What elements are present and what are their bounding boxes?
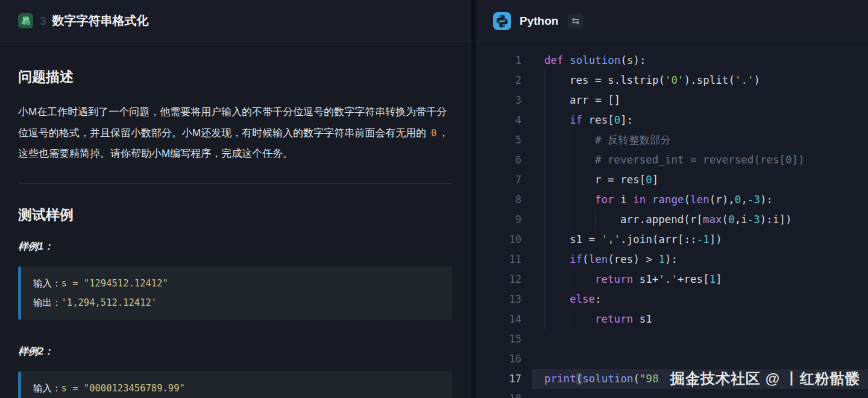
- code-line-content[interactable]: # reversed_int = reversed(res[0]): [532, 150, 868, 170]
- description-heading: 问题描述: [18, 68, 452, 86]
- code-line-content[interactable]: [532, 389, 868, 398]
- code-line[interactable]: 16: [476, 349, 868, 369]
- indent-guide: [544, 71, 570, 90]
- indent-guide: [544, 90, 570, 110]
- code-token: # 反转整数部分: [595, 134, 671, 146]
- line-number: 7: [476, 170, 532, 190]
- sample1-input-code: s = "1294512.12412": [61, 278, 168, 289]
- code-token: len: [690, 194, 709, 206]
- code-line[interactable]: 7r = res[0]: [476, 170, 868, 190]
- code-token: '0': [665, 74, 684, 86]
- code-line-content[interactable]: s1 = ','.join(arr[::-1]): [532, 230, 868, 250]
- code-editor[interactable]: 1def solution(s):2res = s.lstrip('0').sp…: [476, 42, 868, 398]
- code-token: ,: [741, 194, 747, 206]
- code-line[interactable]: 12return s1+'.'+res[1]: [476, 270, 868, 289]
- panel-resize-divider[interactable]: [471, 0, 476, 398]
- code-token: (: [722, 213, 729, 226]
- line-number: 16: [476, 349, 532, 369]
- indent-guide: [544, 110, 570, 130]
- text-cursor: [692, 371, 693, 387]
- section-divider: [18, 183, 452, 184]
- indent-guide: [595, 210, 620, 230]
- code-token: ):: [665, 253, 678, 265]
- line-number: 5: [476, 130, 532, 150]
- problem-title: 数字字符串格式化: [52, 13, 149, 29]
- code-token: res[: [582, 114, 614, 126]
- code-line[interactable]: 9arr.append(r[max(0,i-3):i]): [476, 210, 868, 230]
- code-line[interactable]: 4if res[0]:: [476, 110, 868, 130]
- code-line-content[interactable]: if res[0]:: [532, 110, 868, 130]
- indent-guide: [544, 210, 570, 230]
- samples-heading: 测试样例: [18, 206, 452, 224]
- code-line-content[interactable]: r = res[0]: [532, 170, 868, 190]
- code-token: res = s.lstrip(: [570, 74, 665, 86]
- code-line-content[interactable]: arr.append(r[max(0,i-3):i]): [532, 210, 868, 230]
- line-number: 15: [476, 329, 532, 349]
- code-line-content[interactable]: arr = []: [532, 90, 868, 110]
- code-token: .join(arr[::: [620, 233, 696, 245]
- code-line-content[interactable]: [532, 329, 868, 349]
- code-token: r = res[: [595, 174, 646, 186]
- input-label: 输入：: [33, 278, 61, 288]
- code-token: max: [703, 213, 722, 226]
- code-token: ,i: [735, 213, 747, 226]
- code-token: ): [754, 74, 761, 86]
- line-number: 4: [476, 110, 532, 130]
- code-token: (: [634, 373, 640, 385]
- indent-guide: [570, 210, 595, 230]
- sample1-output-line: 输出：'1,294,512.12412': [33, 293, 440, 312]
- code-token: len: [589, 253, 608, 265]
- indent-guide: [544, 150, 570, 170]
- code-line[interactable]: 5# 反转整数部分: [476, 130, 868, 150]
- code-token: ):i]): [760, 213, 792, 226]
- code-line-content[interactable]: else:: [532, 289, 868, 309]
- swap-arrows-icon: [570, 16, 581, 26]
- sample2-label: 样例2：: [18, 345, 452, 358]
- difficulty-badge: 易: [18, 13, 33, 28]
- code-token: in: [633, 194, 646, 206]
- line-number: 18: [476, 389, 532, 398]
- code-token: "98: [640, 373, 659, 385]
- code-token: s1: [633, 313, 652, 325]
- line-number: 2: [476, 71, 532, 90]
- code-line[interactable]: 18: [476, 389, 868, 398]
- code-token: return: [595, 273, 633, 285]
- code-line[interactable]: 1def solution(s):: [476, 51, 868, 71]
- sample2-input-code: s = "0000123456789.99": [61, 383, 185, 394]
- code-token: -3: [747, 213, 760, 226]
- code-line-content[interactable]: # 反转整数部分: [532, 130, 868, 150]
- problem-panel: 易 3 数字字符串格式化 问题描述 小M在工作时遇到了一个问题，他需要将用户输入…: [0, 0, 471, 398]
- sample1-output-code: '1,294,512.12412': [61, 297, 157, 308]
- code-line[interactable]: 15: [476, 329, 868, 349]
- code-line[interactable]: 11if(len(res) > 1):: [476, 250, 868, 270]
- code-token: range: [652, 194, 684, 206]
- code-line-content[interactable]: return s1+'.'+res[1]: [532, 270, 868, 289]
- indent-guide: [544, 309, 570, 329]
- language-label: Python: [520, 14, 558, 28]
- inline-code-zero: 0: [429, 128, 438, 139]
- code-line-content[interactable]: [532, 349, 868, 369]
- code-line-content[interactable]: def solution(s):: [532, 51, 868, 71]
- code-line[interactable]: 3arr = []: [476, 90, 868, 110]
- problem-number: 3: [40, 14, 46, 28]
- code-line[interactable]: 8for i in range(len(r),0,-3):: [476, 190, 868, 210]
- code-token: 0: [728, 213, 735, 226]
- code-line-content[interactable]: res = s.lstrip('0').split('.'): [532, 71, 868, 90]
- code-line[interactable]: 13else:: [476, 289, 868, 309]
- code-line[interactable]: 6# reversed_int = reversed(res[0]): [476, 150, 868, 170]
- code-token: i: [614, 194, 634, 206]
- editor-panel: Python 1def solution(s):2res = s.lstrip(…: [476, 0, 868, 398]
- line-number: 3: [476, 90, 532, 110]
- code-token: ',': [602, 233, 621, 245]
- code-line[interactable]: 14return s1: [476, 309, 868, 329]
- code-line[interactable]: 10s1 = ','.join(arr[::-1]): [476, 230, 868, 250]
- swap-language-button[interactable]: [568, 14, 583, 28]
- code-line-content[interactable]: if(len(res) > 1):: [532, 250, 868, 270]
- code-line[interactable]: 2res = s.lstrip('0').split('.'): [476, 71, 868, 90]
- code-token: for: [595, 194, 614, 206]
- indent-guide: [544, 130, 570, 150]
- code-token: 0: [646, 174, 652, 186]
- code-line-content[interactable]: return s1: [532, 309, 868, 329]
- code-line-content[interactable]: for i in range(len(r),0,-3):: [532, 190, 868, 210]
- code-token: +res[: [678, 273, 709, 285]
